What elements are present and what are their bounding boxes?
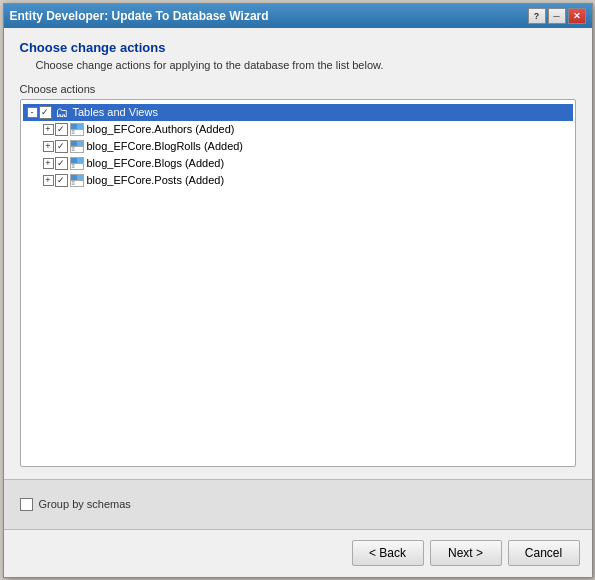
list-item[interactable]: + blog_EFCore.Authors (Added) xyxy=(39,121,573,138)
back-button[interactable]: < Back xyxy=(352,540,424,566)
folder-icon: 🗂 xyxy=(54,106,70,119)
item0-label: blog_EFCore.Authors (Added) xyxy=(87,123,235,135)
group-by-row: Group by schemas xyxy=(20,498,131,511)
item3-expand-icon[interactable]: + xyxy=(43,175,54,186)
table-icon-0 xyxy=(70,123,84,136)
main-window: Entity Developer: Update To Database Wiz… xyxy=(3,3,593,578)
item1-checkbox[interactable] xyxy=(55,140,68,153)
item1-expand-icon[interactable]: + xyxy=(43,141,54,152)
footer: < Back Next > Cancel xyxy=(4,529,592,577)
item2-checkbox[interactable] xyxy=(55,157,68,170)
help-button[interactable]: ? xyxy=(528,8,546,24)
cancel-button[interactable]: Cancel xyxy=(508,540,580,566)
root-label: Tables and Views xyxy=(73,106,158,118)
table-icon-3 xyxy=(70,174,84,187)
list-item[interactable]: + blog_EFCore.BlogRolls (Added) xyxy=(39,138,573,155)
window-title: Entity Developer: Update To Database Wiz… xyxy=(10,9,269,23)
page-title: Choose change actions xyxy=(20,40,576,55)
title-bar-buttons: ? ─ ✕ xyxy=(528,8,586,24)
close-button[interactable]: ✕ xyxy=(568,8,586,24)
item0-expand-icon[interactable]: + xyxy=(43,124,54,135)
list-item[interactable]: + blog_EFCore.Blogs (Added) xyxy=(39,155,573,172)
choose-actions-label: Choose actions xyxy=(20,83,576,95)
page-subtitle: Choose change actions for applying to th… xyxy=(20,59,576,71)
bottom-area: Group by schemas xyxy=(4,479,592,529)
item3-label: blog_EFCore.Posts (Added) xyxy=(87,174,225,186)
table-icon-2 xyxy=(70,157,84,170)
item3-checkbox[interactable] xyxy=(55,174,68,187)
item2-expand-icon[interactable]: + xyxy=(43,158,54,169)
minimize-button[interactable]: ─ xyxy=(548,8,566,24)
content-area: Choose change actions Choose change acti… xyxy=(4,28,592,479)
item0-checkbox[interactable] xyxy=(55,123,68,136)
title-bar: Entity Developer: Update To Database Wiz… xyxy=(4,4,592,28)
tree-children: + blog_EFCore.Authors (Added) + blog_EFC… xyxy=(23,121,573,189)
group-by-schemas-checkbox[interactable] xyxy=(20,498,33,511)
item1-label: blog_EFCore.BlogRolls (Added) xyxy=(87,140,244,152)
item2-label: blog_EFCore.Blogs (Added) xyxy=(87,157,225,169)
table-icon-1 xyxy=(70,140,84,153)
tree-panel[interactable]: - 🗂 Tables and Views + blog_EFCore.Autho… xyxy=(20,99,576,467)
next-button[interactable]: Next > xyxy=(430,540,502,566)
list-item[interactable]: + blog_EFCore.Posts (Added) xyxy=(39,172,573,189)
tree-root-node[interactable]: - 🗂 Tables and Views xyxy=(23,104,573,121)
root-checkbox[interactable] xyxy=(39,106,52,119)
root-expand-icon[interactable]: - xyxy=(27,107,38,118)
group-by-schemas-label: Group by schemas xyxy=(39,498,131,510)
